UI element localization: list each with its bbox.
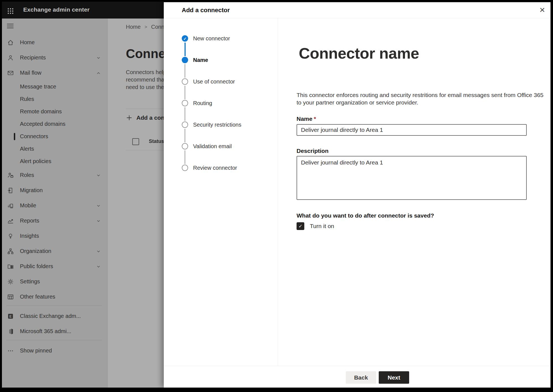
sidebar-item-mobile[interactable]: Mobile bbox=[2, 198, 108, 213]
sidebar-item-label: Recipients bbox=[20, 54, 46, 61]
breadcrumb-home-link[interactable]: Home bbox=[126, 24, 141, 30]
sidebar-item-label: Connectors bbox=[20, 133, 48, 140]
sidebar-item-label: Migration bbox=[20, 187, 43, 194]
step-label: New connector bbox=[193, 35, 230, 42]
next-button[interactable]: Next bbox=[379, 371, 409, 384]
wizard-step-new-connector[interactable]: ✓ New connector bbox=[182, 28, 273, 49]
sidebar-nav: Home Recipients Mail flow Message trace bbox=[2, 35, 108, 358]
status-column-header[interactable]: Status bbox=[149, 138, 164, 144]
turn-it-on-label: Turn it on bbox=[310, 223, 334, 229]
wizard-step-use-of-connector[interactable]: Use of connector bbox=[182, 71, 273, 92]
show-pinned-icon bbox=[7, 347, 14, 354]
connector-name-heading: Connector name bbox=[299, 44, 419, 62]
wizard-steps: ✓ New connector Name Use of connector Ro… bbox=[182, 28, 273, 179]
organization-icon bbox=[7, 248, 14, 255]
hamburger-menu-icon[interactable] bbox=[7, 24, 14, 28]
sidebar-item-recipients[interactable]: Recipients bbox=[2, 50, 108, 65]
connector-name-description: This connector enforces routing and secu… bbox=[297, 91, 544, 106]
migration-icon bbox=[7, 187, 14, 194]
chevron-down-icon bbox=[96, 264, 101, 269]
sidebar-item-label: Message trace bbox=[20, 83, 56, 90]
sidebar-item-microsoft-365-admi[interactable]: Microsoft 365 admi... bbox=[2, 324, 108, 339]
step-circle-icon bbox=[182, 143, 188, 150]
step-circle-icon bbox=[182, 57, 188, 63]
wizard-step-security-restrictions[interactable]: Security restrictions bbox=[182, 114, 273, 135]
sidebar-item-label: Accepted domains bbox=[20, 121, 66, 127]
turn-it-on-checkbox[interactable]: ✓ bbox=[297, 222, 304, 230]
dialog-title: Add a connector bbox=[182, 7, 230, 14]
name-field-label: Name* bbox=[297, 116, 316, 122]
chevron-up-icon bbox=[96, 70, 101, 76]
description-textarea[interactable]: Deliver journal directly to Area 1 bbox=[297, 156, 527, 200]
breadcrumb: Home > Conne bbox=[126, 24, 167, 30]
step-circle-icon bbox=[182, 100, 188, 106]
wizard-step-routing[interactable]: Routing bbox=[182, 92, 273, 114]
settings-icon bbox=[7, 278, 14, 285]
select-all-checkbox[interactable] bbox=[132, 138, 139, 145]
name-input[interactable] bbox=[297, 124, 527, 136]
sidebar-item-organization[interactable]: Organization bbox=[2, 244, 108, 259]
home-icon bbox=[7, 39, 14, 46]
roles-icon bbox=[7, 172, 14, 179]
add-connector-button[interactable]: Add a conn bbox=[126, 113, 168, 123]
sidebar-item-home[interactable]: Home bbox=[2, 35, 108, 50]
mobile-icon bbox=[7, 202, 14, 209]
sidebar-item-label: Public folders bbox=[20, 263, 53, 270]
chevron-down-icon bbox=[96, 55, 101, 61]
required-marker: * bbox=[314, 116, 316, 122]
sidebar-item-message-trace[interactable]: Message trace bbox=[2, 80, 108, 93]
sidebar-item-label: Home bbox=[20, 39, 35, 46]
sidebar-item-label: Alert policies bbox=[20, 158, 51, 164]
app-launcher-icon[interactable] bbox=[7, 7, 14, 15]
back-button[interactable]: Back bbox=[346, 371, 376, 384]
sidebar-item-label: Mobile bbox=[20, 202, 36, 209]
step-label: Review connector bbox=[193, 165, 237, 171]
reports-icon bbox=[7, 217, 14, 224]
wizard-step-name[interactable]: Name bbox=[182, 49, 273, 71]
sidebar-item-label: Mail flow bbox=[20, 70, 41, 76]
sidebar: Home Recipients Mail flow Message trace bbox=[2, 19, 108, 388]
sidebar-item-connectors[interactable]: Connectors bbox=[2, 130, 108, 143]
sidebar-divider bbox=[6, 305, 102, 306]
sidebar-item-reports[interactable]: Reports bbox=[2, 213, 108, 228]
person-icon bbox=[7, 54, 14, 61]
turn-it-on-row: ✓ Turn it on bbox=[297, 222, 334, 230]
sidebar-item-accepted-domains[interactable]: Accepted domains bbox=[2, 118, 108, 130]
sidebar-item-label: Show pinned bbox=[20, 347, 52, 354]
microsoft-365-icon bbox=[7, 328, 14, 335]
sidebar-item-rules[interactable]: Rules bbox=[2, 93, 108, 105]
sidebar-item-public-folders[interactable]: Public folders bbox=[2, 259, 108, 274]
sidebar-item-settings[interactable]: Settings bbox=[2, 274, 108, 289]
step-label: Security restrictions bbox=[193, 122, 242, 128]
sidebar-item-insights[interactable]: Insights bbox=[2, 228, 108, 244]
sidebar-item-label: Organization bbox=[20, 248, 51, 254]
sidebar-item-label: Other features bbox=[20, 294, 55, 300]
sidebar-item-show-pinned[interactable]: Show pinned bbox=[2, 343, 108, 358]
sidebar-item-remote-domains[interactable]: Remote domains bbox=[2, 105, 108, 118]
sidebar-item-alert-policies[interactable]: Alert policies bbox=[2, 155, 108, 168]
close-icon[interactable]: × bbox=[538, 4, 546, 15]
sidebar-item-other-features[interactable]: Other features bbox=[2, 289, 108, 304]
sidebar-item-label: Microsoft 365 admi... bbox=[20, 328, 71, 334]
step-label: Routing bbox=[193, 100, 212, 106]
step-circle-icon bbox=[182, 79, 188, 85]
sidebar-item-label: Remote domains bbox=[20, 108, 62, 115]
sidebar-item-classic-exchange-adm[interactable]: E Classic Exchange adm... bbox=[2, 309, 108, 324]
classic-exchange-icon: E bbox=[7, 313, 14, 320]
chevron-down-icon bbox=[96, 203, 101, 208]
sidebar-item-roles[interactable]: Roles bbox=[2, 168, 108, 183]
wizard-step-validation-email[interactable]: Validation email bbox=[182, 135, 273, 157]
add-connector-button-label: Add a conn bbox=[136, 114, 168, 121]
description-field-label: Description bbox=[297, 148, 329, 154]
sidebar-item-alerts[interactable]: Alerts bbox=[2, 143, 108, 155]
breadcrumb-separator-icon: > bbox=[144, 24, 147, 30]
step-circle-icon bbox=[182, 122, 188, 128]
insights-icon bbox=[7, 232, 14, 240]
step-label: Name bbox=[193, 57, 208, 63]
wizard-step-review-connector[interactable]: Review connector bbox=[182, 157, 273, 179]
public-folders-icon bbox=[7, 263, 14, 270]
sidebar-item-mail-flow[interactable]: Mail flow bbox=[2, 65, 108, 80]
wizard-panel-divider bbox=[278, 18, 278, 366]
page-description: Connectors help recommend that need to u… bbox=[126, 69, 166, 91]
sidebar-item-migration[interactable]: Migration bbox=[2, 183, 108, 198]
